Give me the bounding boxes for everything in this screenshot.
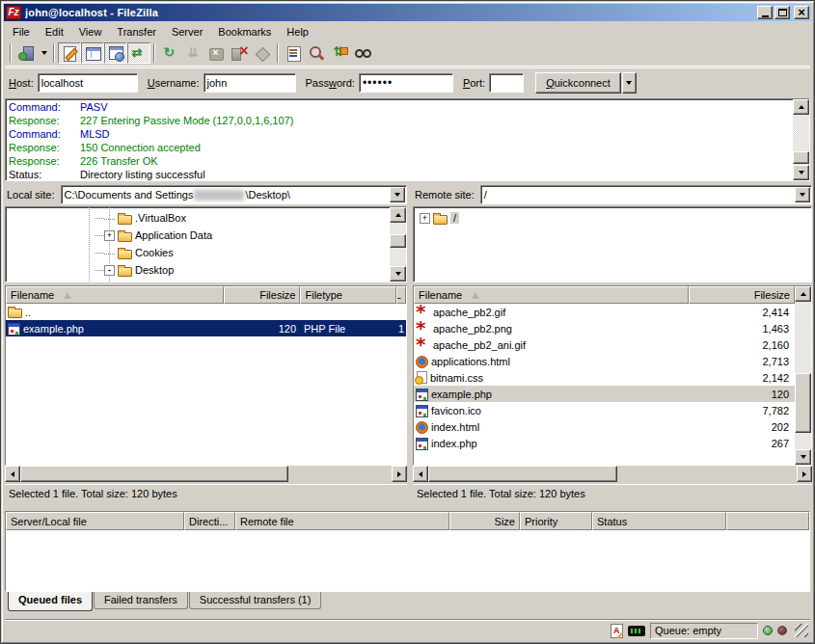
scroll-thumb[interactable]	[390, 234, 406, 248]
menu-item[interactable]: Bookmarks	[210, 24, 279, 40]
minimize-button[interactable]	[757, 6, 773, 19]
password-input[interactable]: ••••••	[359, 73, 453, 93]
menu-item[interactable]: Help	[279, 24, 316, 40]
file-row[interactable]: favicon.ico 7,782	[414, 402, 795, 418]
column-header-lastmodified[interactable]: L	[396, 286, 406, 304]
column-header-server-local-file[interactable]: Server/Local file	[6, 512, 184, 530]
directory-comparison-button[interactable]	[305, 42, 328, 64]
close-button[interactable]	[794, 6, 809, 19]
tree-expander[interactable]	[104, 265, 115, 276]
file-row[interactable]: example.php 120 PHP File 1	[6, 320, 406, 336]
scroll-up-button[interactable]	[390, 207, 406, 223]
menu-item[interactable]: Edit	[38, 24, 71, 40]
column-header-filename[interactable]: Filename	[414, 286, 689, 304]
queue-tab[interactable]: Failed transfers	[94, 592, 188, 609]
tree-item[interactable]: Application Data	[6, 227, 390, 244]
tree-item[interactable]: .VirtualBox	[6, 209, 390, 227]
file-row[interactable]: apache_pb2.png 1,463	[414, 320, 795, 336]
scroll-down-button[interactable]	[795, 449, 811, 465]
reconnect-button[interactable]	[251, 42, 274, 64]
toggle-local-tree-button[interactable]	[81, 42, 104, 64]
encryption-indicator-icon[interactable]	[628, 626, 645, 636]
local-list-hscrollbar[interactable]	[5, 466, 407, 482]
remote-site-combobox[interactable]: /	[480, 185, 812, 204]
refresh-button[interactable]	[158, 42, 181, 64]
file-row[interactable]: index.php 267	[414, 435, 795, 451]
process-queue-button[interactable]	[181, 42, 204, 64]
filter-button[interactable]	[282, 42, 305, 64]
quickconnect-dropdown[interactable]	[622, 72, 637, 94]
quickconnect-button[interactable]: Quickconnect	[535, 72, 621, 94]
tree-expander[interactable]	[420, 213, 430, 224]
data-type-indicator-icon[interactable]	[611, 624, 623, 638]
menu-item[interactable]: View	[71, 24, 110, 40]
column-header-size[interactable]: Size	[449, 512, 520, 530]
port-input[interactable]	[489, 73, 524, 93]
column-header-filetype[interactable]: Filetype	[300, 286, 396, 304]
username-input[interactable]: john	[204, 73, 296, 93]
column-header-filesize[interactable]: Filesize	[224, 286, 301, 304]
toggle-transfer-queue-button[interactable]	[127, 42, 150, 64]
scroll-down-button[interactable]	[390, 266, 406, 282]
scroll-right-button[interactable]	[392, 466, 407, 482]
local-site-dropdown[interactable]	[390, 187, 405, 202]
file-row[interactable]: bitnami.css 2,142	[414, 369, 795, 386]
scroll-up-button[interactable]	[795, 286, 811, 302]
local-site-combobox[interactable]: C:\Documents and Settings\Desktop\	[61, 185, 407, 204]
tree-item[interactable]: Desktop	[6, 261, 390, 279]
menu-item[interactable]: File	[5, 24, 38, 40]
tree-item[interactable]: /	[414, 209, 811, 227]
cancel-operation-button[interactable]	[204, 42, 228, 64]
file-row[interactable]: ..	[6, 304, 406, 320]
tree-item[interactable]: Cookies	[6, 244, 390, 261]
file-row[interactable]: apache_pb2_ani.gif 2,160	[414, 336, 795, 353]
file-row[interactable]: example.php 120	[414, 386, 795, 402]
tree-expander[interactable]	[104, 213, 115, 224]
toggle-message-log-button[interactable]	[58, 42, 81, 64]
scroll-thumb[interactable]	[793, 151, 809, 164]
log-line: Response:226 Transfer OK	[9, 154, 793, 168]
site-manager-button[interactable]	[14, 42, 38, 64]
local-tree-scrollbar[interactable]	[390, 207, 406, 282]
log-scrollbar[interactable]	[793, 99, 809, 180]
tree-expander[interactable]	[104, 230, 115, 241]
file-row[interactable]: apache_pb2.gif 2,414	[414, 304, 795, 320]
queue-body[interactable]	[6, 530, 809, 591]
scroll-thumb[interactable]	[20, 466, 288, 482]
scroll-left-button[interactable]	[413, 466, 428, 482]
scroll-left-button[interactable]	[5, 466, 20, 482]
file-row[interactable]: applications.html 2,713	[414, 353, 795, 369]
queue-tab[interactable]: Successful transfers (1)	[189, 592, 322, 609]
remote-list-scrollbar[interactable]	[795, 286, 811, 465]
toggle-remote-tree-button[interactable]	[104, 42, 127, 64]
column-header-status[interactable]: Status	[592, 512, 726, 530]
file-row[interactable]: index.html 202	[414, 418, 795, 435]
apache-icon	[416, 306, 430, 319]
column-header-filename[interactable]: Filename	[6, 286, 224, 304]
tree-expander[interactable]	[104, 248, 115, 258]
scroll-up-button[interactable]	[793, 99, 809, 115]
column-header-priority[interactable]: Priority	[520, 512, 592, 530]
port-label: Port:	[463, 77, 485, 89]
column-header-direction[interactable]: Directi...	[184, 512, 235, 530]
scroll-down-button[interactable]	[793, 165, 809, 180]
menu-item[interactable]: Transfer	[109, 24, 164, 40]
scroll-thumb[interactable]	[428, 466, 617, 482]
find-files-button[interactable]	[351, 42, 374, 64]
scroll-right-button[interactable]	[797, 466, 812, 482]
log-lines[interactable]: Command:PASV Response:227 Entering Passi…	[6, 99, 793, 180]
titlebar[interactable]: Fz john@localhost - FileZilla	[4, 4, 811, 21]
remote-list-hscrollbar[interactable]	[413, 466, 812, 482]
host-input[interactable]: localhost	[38, 73, 138, 93]
remote-site-dropdown[interactable]	[795, 187, 810, 202]
disconnect-button[interactable]	[228, 42, 251, 64]
synchronized-browsing-button[interactable]	[328, 42, 351, 64]
site-manager-dropdown[interactable]	[38, 42, 50, 64]
scroll-thumb[interactable]	[795, 373, 811, 433]
column-header-remote-file[interactable]: Remote file	[235, 512, 449, 530]
menu-item[interactable]: Server	[164, 24, 210, 40]
resize-grip[interactable]	[795, 624, 808, 637]
maximize-button[interactable]	[774, 6, 790, 19]
column-header-filesize[interactable]: Filesize	[689, 286, 795, 304]
queue-tab[interactable]: Queued files	[8, 592, 93, 611]
